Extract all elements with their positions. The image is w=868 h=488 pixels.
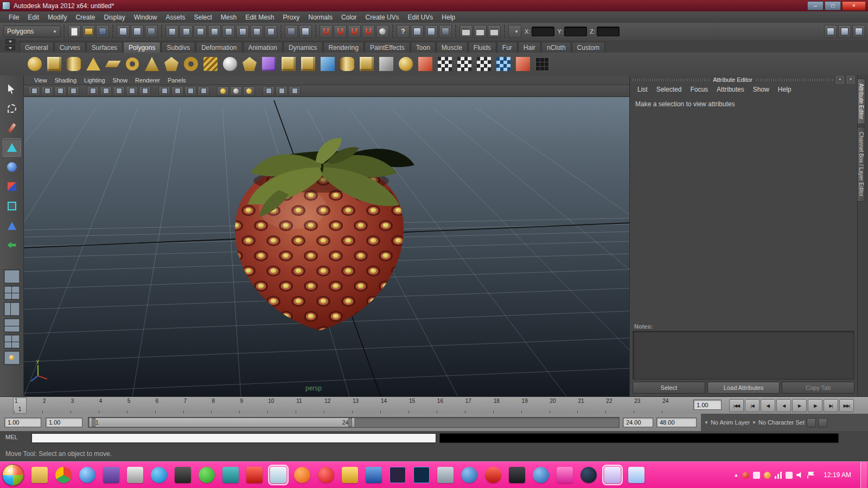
timeline-tick[interactable]: 2 — [41, 397, 69, 414]
timeline-tick[interactable]: 20 — [548, 397, 577, 414]
menu-item[interactable]: Create — [71, 12, 99, 23]
shelf-tab[interactable]: Muscle — [436, 42, 468, 53]
timeline-tick[interactable]: 12 — [323, 397, 351, 414]
viewport-menu-item[interactable]: Shading — [51, 77, 80, 84]
drag-handle[interactable] — [756, 79, 833, 81]
taskbar-app-photoshop[interactable] — [413, 467, 430, 483]
mask-surfaces-button[interactable] — [208, 25, 221, 38]
shadows-icon[interactable] — [139, 86, 151, 96]
shelf-tab[interactable]: Curves — [54, 42, 86, 53]
make-live-button[interactable] — [376, 25, 389, 38]
shelf-icon-poly-sphere[interactable] — [25, 54, 44, 74]
minimize-button[interactable]: – — [807, 1, 824, 10]
layout-two-pane-stacked-button[interactable] — [4, 318, 20, 332]
shelf-icon-poly-cone[interactable] — [84, 54, 103, 74]
transport-button[interactable]: |◀ — [745, 399, 760, 412]
output-connections-button[interactable] — [425, 25, 438, 38]
taskbar-app-browser[interactable] — [461, 467, 477, 483]
transport-button[interactable]: |▶ — [808, 399, 822, 412]
z-input[interactable] — [597, 27, 620, 36]
taskbar-app-red-circle[interactable] — [485, 467, 501, 483]
mask-deformations-button[interactable] — [222, 25, 235, 38]
select-hierarchy-button[interactable] — [117, 25, 130, 38]
shelf-tab[interactable]: Surfaces — [86, 42, 123, 53]
timeline-tick[interactable]: 21 — [576, 397, 604, 414]
tab-channel-box[interactable]: Channel Box / Layer Editor — [858, 127, 865, 202]
security-tray-icon[interactable] — [742, 472, 749, 479]
toggle-tool-settings-button[interactable] — [838, 25, 851, 38]
menu-set-dropdown[interactable]: Polygons ▼ — [3, 25, 61, 37]
timeline-tick[interactable]: 5 — [126, 397, 154, 414]
action-center-icon[interactable] — [807, 472, 814, 479]
timeline-tick[interactable]: 3 — [69, 397, 98, 414]
battery-icon[interactable] — [786, 472, 793, 479]
menu-item[interactable]: Edit — [23, 12, 43, 23]
taskbar-app-spotify[interactable] — [199, 467, 215, 483]
shelf-icon-smooth[interactable] — [259, 54, 279, 74]
chevron-down-icon[interactable]: ▼ — [704, 420, 709, 425]
shelf-tab[interactable]: Polygons — [123, 42, 161, 53]
command-input[interactable] — [31, 433, 436, 443]
menu-item[interactable]: Create UVs — [361, 12, 404, 23]
taskbar-app-steam[interactable] — [580, 467, 597, 483]
shelf-icon-boolean[interactable] — [396, 54, 416, 74]
maximize-button[interactable]: □ — [825, 1, 841, 10]
viewport-menu-item[interactable]: Show — [109, 77, 132, 84]
playback-end-input[interactable]: 24.00 — [623, 418, 653, 427]
input-connections-button[interactable] — [411, 25, 424, 38]
select-object-button[interactable] — [131, 25, 144, 38]
timeline-tick[interactable]: 1 — [13, 397, 41, 414]
time-slider[interactable]: 1 12345678910111213141516171819202122232… — [0, 396, 868, 415]
network-signal-icon[interactable] — [775, 472, 782, 479]
timeline-tick[interactable]: 6 — [154, 397, 182, 414]
timeline-tick[interactable]: 11 — [295, 397, 323, 414]
timeline-tick[interactable]: 8 — [210, 397, 238, 414]
shelf-icon-poly-plane[interactable] — [103, 54, 123, 74]
tray-expand-icon[interactable]: ▲ — [733, 472, 738, 478]
shaded-mode-icon[interactable] — [100, 86, 112, 96]
menu-item[interactable]: Display — [99, 12, 129, 23]
layout-single-pane-button[interactable] — [4, 269, 20, 284]
snapshot-icon[interactable] — [289, 86, 301, 96]
render-settings-button[interactable] — [488, 25, 501, 38]
taskbar-app-firefox[interactable] — [294, 467, 310, 483]
shelf-tab[interactable]: General — [20, 42, 54, 53]
shelf-tab[interactable]: Hair — [518, 42, 541, 53]
shelf-icon-subdivide[interactable] — [279, 54, 298, 74]
close-button[interactable]: × — [842, 1, 866, 10]
xray-icon[interactable] — [263, 86, 275, 96]
x-input[interactable] — [532, 27, 554, 36]
menu-item[interactable]: Help — [437, 12, 459, 23]
isolate-select-icon[interactable] — [28, 86, 40, 96]
toggle-channel-box-button[interactable] — [852, 25, 865, 38]
shelf-tab[interactable]: Deformation — [196, 42, 242, 53]
menu-item[interactable]: Normals — [304, 12, 337, 23]
close-panel-icon[interactable]: × — [847, 76, 854, 84]
layout-two-pane-side-button[interactable] — [4, 302, 20, 316]
shelf-icon-poly-pipe[interactable] — [181, 54, 201, 74]
timeline-tick[interactable]: 13 — [351, 397, 379, 414]
animation-end-input[interactable]: 48.00 — [656, 418, 697, 427]
timeline-tick[interactable]: 14 — [379, 397, 407, 414]
save-scene-button[interactable] — [96, 25, 109, 38]
last-tool-slot[interactable] — [3, 236, 21, 254]
highlight-selection-button[interactable] — [299, 25, 312, 38]
snap-grid-button[interactable] — [320, 25, 333, 38]
timeline-tick[interactable]: 15 — [407, 397, 436, 414]
shelf-icon-poly-prism[interactable] — [142, 54, 162, 74]
shelf-icon-extrude[interactable] — [298, 54, 318, 74]
shelf-icon-uv-checker-3[interactable] — [474, 54, 494, 74]
transport-button[interactable]: ▶▶| — [839, 399, 854, 412]
timeline-tick[interactable]: 9 — [238, 397, 266, 414]
taskbar-app-skype[interactable] — [151, 467, 167, 483]
textured-mode-icon[interactable] — [113, 86, 125, 96]
shelf-icon-uv-checker-2[interactable] — [455, 54, 474, 74]
taskbar-app-winamp[interactable] — [246, 467, 263, 483]
viewport-scene[interactable]: persp y — [24, 97, 629, 396]
taskbar-app-media-center[interactable] — [103, 467, 119, 483]
lock-selection-button[interactable] — [285, 25, 298, 38]
taskbar-app-explorer[interactable] — [31, 467, 48, 483]
shelf-tab[interactable]: Rendering — [323, 42, 364, 53]
taskbar-app-blue-circle[interactable] — [533, 467, 549, 483]
shelf-icon-platonic-solid[interactable] — [240, 54, 259, 74]
